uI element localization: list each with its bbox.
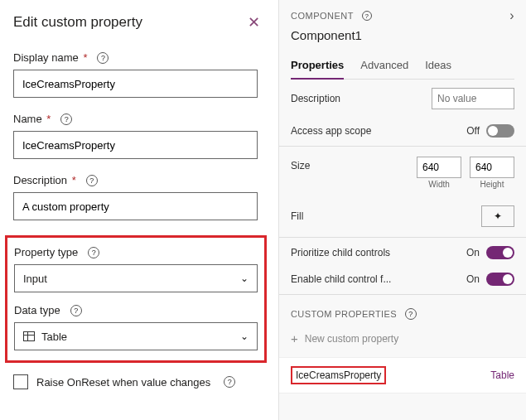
tab-advanced[interactable]: Advanced (360, 54, 408, 79)
close-icon[interactable]: ✕ (243, 12, 265, 33)
data-type-select[interactable]: Table ⌄ (14, 322, 258, 350)
size-width-input[interactable] (417, 157, 461, 178)
access-scope-state: Off (466, 125, 480, 137)
info-icon[interactable]: ? (97, 52, 109, 64)
prop-access-scope: Access app scope Off (279, 118, 526, 144)
chevron-right-icon[interactable]: › (509, 8, 514, 23)
enable-child-label: Enable child control f... (291, 273, 391, 285)
display-name-label: Display name * (13, 51, 87, 64)
field-data-type: Data type ? Table ⌄ (14, 304, 258, 350)
prop-fill: Fill ✦ (279, 197, 526, 235)
size-height-input[interactable] (470, 157, 514, 178)
chevron-down-icon: ⌄ (240, 331, 249, 342)
panel-title: Edit custom property (13, 14, 142, 31)
highlighted-section: Property type ? Input ⌄ Data type ? Tabl… (5, 235, 267, 363)
prioritize-label: Prioritize child controls (291, 247, 390, 258)
prioritize-state: On (466, 247, 480, 258)
info-icon[interactable]: ? (405, 308, 417, 320)
tab-properties[interactable]: Properties (291, 54, 344, 80)
data-type-value: Table (41, 331, 67, 343)
data-type-label: Data type (14, 304, 60, 316)
raise-onreset-row: Raise OnReset when value changes ? (13, 374, 265, 389)
info-icon[interactable]: ? (362, 11, 372, 21)
field-name: Name * ? (13, 113, 265, 159)
fill-color-picker[interactable]: ✦ (481, 205, 514, 227)
info-icon[interactable]: ? (88, 247, 99, 258)
name-label: Name * (13, 113, 51, 125)
field-display-name: Display name * ? (13, 51, 265, 98)
custom-property-type[interactable]: Table (490, 369, 514, 381)
tabs: Properties Advanced Ideas (291, 54, 514, 80)
new-custom-property-button[interactable]: + New custom property (279, 325, 526, 357)
new-custom-property-label: New custom property (305, 333, 398, 345)
prop-enable-child: Enable child control f... On (279, 266, 526, 292)
info-icon[interactable]: ? (224, 376, 235, 388)
plus-icon: + (291, 331, 298, 345)
name-input[interactable] (13, 131, 258, 159)
prop-prioritize: Prioritize child controls On (279, 239, 526, 266)
component-name: Component1 (291, 28, 514, 42)
width-caption: Width (428, 180, 450, 189)
custom-properties-section-title: CUSTOM PROPERTIES ? (279, 297, 526, 325)
access-scope-label: Access app scope (291, 125, 371, 137)
tab-ideas[interactable]: Ideas (425, 54, 451, 79)
description-input[interactable] (13, 192, 258, 220)
field-description: Description * ? (13, 174, 265, 220)
raise-onreset-checkbox[interactable] (13, 374, 28, 389)
prop-size: Size Width Height (279, 148, 526, 197)
prop-description-label: Description (291, 93, 340, 104)
access-scope-toggle[interactable] (486, 124, 514, 138)
custom-property-name: IceCreamsProperty (291, 366, 386, 384)
display-name-input[interactable] (13, 70, 258, 98)
chevron-down-icon: ⌄ (240, 273, 249, 284)
field-property-type: Property type ? Input ⌄ (14, 246, 258, 292)
prioritize-toggle[interactable] (486, 246, 514, 259)
info-icon[interactable]: ? (86, 175, 98, 186)
prop-description: Description (279, 80, 526, 118)
component-properties-panel: COMPONENT ? › Component1 Properties Adva… (279, 0, 526, 420)
component-section-label: COMPONENT (291, 11, 354, 21)
edit-custom-property-panel: Edit custom property ✕ Display name * ? … (0, 0, 279, 420)
enable-child-state: On (466, 273, 480, 285)
property-type-select[interactable]: Input ⌄ (14, 264, 258, 292)
property-type-label: Property type (14, 246, 78, 258)
info-icon[interactable]: ? (60, 113, 72, 125)
custom-property-row[interactable]: IceCreamsProperty Table (279, 357, 526, 393)
description-label: Description * (13, 174, 76, 186)
info-icon[interactable]: ? (70, 305, 82, 316)
size-label: Size (291, 160, 310, 171)
fill-label: Fill (291, 210, 303, 222)
panel-header: Edit custom property ✕ (13, 12, 265, 33)
prop-description-input[interactable] (432, 88, 514, 109)
height-caption: Height (480, 180, 504, 189)
property-type-value: Input (23, 273, 47, 285)
table-icon (23, 331, 35, 341)
enable-child-toggle[interactable] (486, 273, 514, 286)
raise-onreset-label: Raise OnReset when value changes (36, 376, 210, 389)
